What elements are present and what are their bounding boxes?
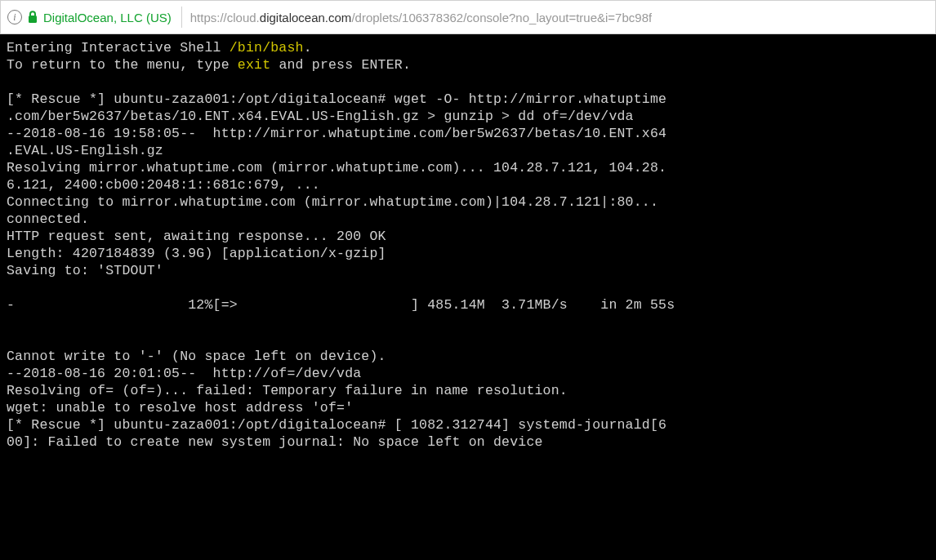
- term-line: .com/ber5w2637/betas/10.ENT.x64.EVAL.US-…: [7, 109, 634, 124]
- term-line: [* Rescue *] ubuntu-zaza001:/opt/digital…: [7, 417, 666, 433]
- svg-rect-0: [29, 16, 37, 23]
- term-line: HTTP request sent, awaiting response... …: [7, 229, 386, 244]
- term-line: 00]: Failed to create new system journal…: [7, 434, 543, 450]
- term-line: 6.121, 2400:cb00:2048:1::681c:679, ...: [7, 177, 320, 193]
- terminal-console[interactable]: Entering Interactive Shell /bin/bash. To…: [0, 34, 936, 560]
- term-line: Connecting to mirror.whatuptime.com (mir…: [7, 194, 658, 210]
- url-domain: digitalocean.com: [260, 11, 352, 24]
- term-line: --2018-08-16 19:58:05-- http://mirror.wh…: [7, 126, 666, 141]
- url-display[interactable]: https://cloud.digitalocean.com/droplets/…: [190, 11, 652, 24]
- term-line: --2018-08-16 20:01:05-- http://of=/dev/v…: [7, 366, 361, 381]
- url-path: /droplets/106378362/console?no_layout=tr…: [351, 11, 652, 24]
- term-line: Resolving of= (of=)... failed: Temporary…: [7, 383, 568, 398]
- term-line: [* Rescue *] ubuntu-zaza001:/opt/digital…: [7, 91, 666, 107]
- site-identity: DigitalOcean, LLC (US): [43, 11, 181, 24]
- url-prefix: https://cloud.: [190, 11, 260, 24]
- browser-address-bar[interactable]: i DigitalOcean, LLC (US) https://cloud.d…: [0, 0, 936, 34]
- term-line: Entering Interactive Shell /bin/bash.: [7, 40, 312, 56]
- term-line: wget: unable to resolve host address 'of…: [7, 400, 353, 416]
- term-line: Resolving mirror.whatuptime.com (mirror.…: [7, 160, 666, 176]
- lock-icon: [27, 11, 38, 24]
- info-icon[interactable]: i: [7, 10, 22, 24]
- term-line: connected.: [7, 211, 89, 227]
- term-line: Saving to: 'STDOUT': [7, 263, 163, 278]
- separator: [181, 7, 182, 28]
- term-line: .EVAL.US-English.gz: [7, 143, 163, 158]
- term-line: Length: 4207184839 (3.9G) [application/x…: [7, 246, 386, 261]
- term-line: Cannot write to '-' (No space left on de…: [7, 349, 386, 364]
- term-line: To return to the menu, type exit and pre…: [7, 57, 411, 73]
- term-line: - 12%[=> ] 485.14M 3.71MB/s in 2m 55s: [7, 297, 675, 313]
